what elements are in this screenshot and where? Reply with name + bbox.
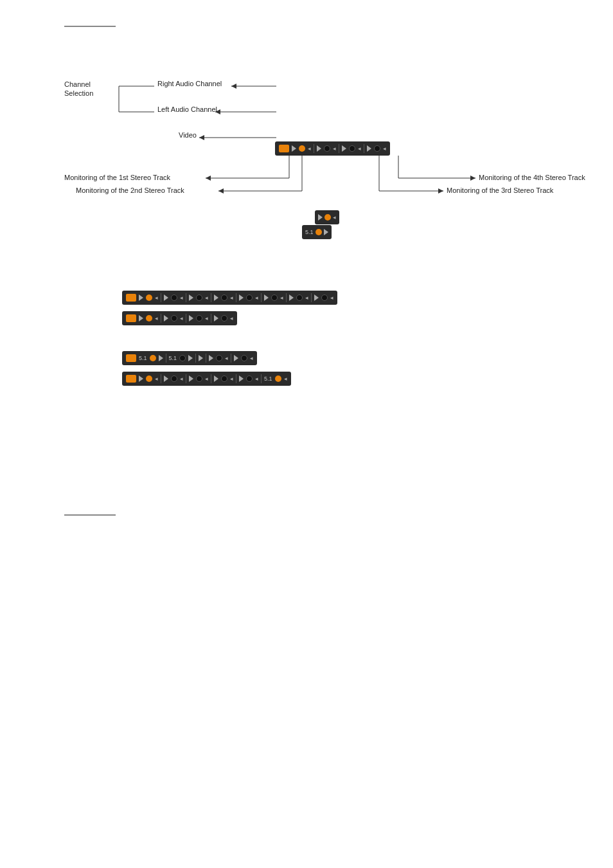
circle-black-2[interactable] <box>324 145 330 152</box>
51-label-r3b: 5.1 <box>169 355 177 361</box>
video-icon-r4 <box>126 375 136 383</box>
row-8-groups: ◂ ◂ ◂ ◂ ◂ ◂ ◂ ◂ <box>122 291 587 305</box>
chevron-3[interactable]: ◂ <box>358 145 361 152</box>
right-audio-label: Right Audio Channel <box>157 80 222 87</box>
svg-rect-27 <box>127 356 132 361</box>
video-icon-r2 <box>126 314 136 322</box>
video-label: Video <box>179 131 197 139</box>
main-toolbar-strip: ◂ ◂ ◂ ◂ <box>275 141 390 156</box>
monitoring-2-label: Monitoring of the 2nd Stereo Track <box>76 186 184 194</box>
svg-marker-8 <box>199 135 204 140</box>
svg-marker-28 <box>132 356 136 361</box>
svg-rect-21 <box>280 146 285 151</box>
circle-orange-1[interactable] <box>299 145 305 152</box>
channel-selection-diagram: Channel Selection Right Audio Channel Le… <box>64 66 587 271</box>
play-btn-4[interactable] <box>367 145 371 152</box>
svg-marker-24 <box>132 295 136 300</box>
svg-marker-26 <box>132 316 136 321</box>
play-btn-1[interactable] <box>292 145 296 152</box>
51-label-r3: 5.1 <box>139 355 147 361</box>
chevron-4[interactable]: ◂ <box>383 145 386 152</box>
video-icon <box>279 145 289 152</box>
svg-marker-4 <box>231 84 236 89</box>
chevron-sm-1[interactable]: ◂ <box>333 214 336 221</box>
top-divider <box>64 26 116 27</box>
circle-black-4[interactable] <box>374 145 380 152</box>
svg-marker-30 <box>132 376 136 381</box>
svg-marker-14 <box>218 188 224 194</box>
circle-black-3[interactable] <box>349 145 355 152</box>
monitoring-4-label: Monitoring of the 4th Stereo Track <box>479 174 585 181</box>
svg-marker-17 <box>470 176 475 181</box>
51-label-sm: 5.1 <box>305 229 314 235</box>
main-bars-section: ◂ ◂ ◂ ◂ ◂ ◂ ◂ ◂ ◂ ◂ ◂ ◂ <box>122 291 587 386</box>
monitoring-1-label: Monitoring of the 1st Stereo Track <box>64 174 170 181</box>
monitoring-3-label: Monitoring of the 3rd Stereo Track <box>447 186 553 194</box>
chevron-1[interactable]: ◂ <box>308 145 311 152</box>
circle-orange-51[interactable] <box>315 229 322 235</box>
play-sm-1[interactable] <box>318 214 323 221</box>
row-4-groups: ◂ ◂ ◂ ◂ <box>122 311 587 325</box>
chevron-2[interactable]: ◂ <box>333 145 336 152</box>
51-bar: 5.1 <box>302 225 332 239</box>
svg-rect-23 <box>127 295 132 300</box>
stereo-bar-small: ◂ <box>315 210 339 224</box>
51-label-r4: 5.1 <box>264 375 272 382</box>
circle-orange-sm[interactable] <box>324 214 331 221</box>
svg-rect-25 <box>127 316 132 321</box>
svg-rect-29 <box>127 376 132 381</box>
video-icon-r3 <box>126 354 136 362</box>
video-icon-r1 <box>126 294 136 302</box>
svg-marker-11 <box>206 176 211 181</box>
row-51-mix: 5.1 5.1 ◂ ◂ <box>122 351 587 365</box>
svg-marker-20 <box>438 188 443 194</box>
play-btn-3[interactable] <box>342 145 346 152</box>
row-51-end: ◂ ◂ ◂ ◂ ◂ 5.1 ◂ <box>122 372 587 386</box>
channel-selection-label: Channel Selection <box>64 80 109 98</box>
play-51[interactable] <box>324 229 328 235</box>
svg-marker-22 <box>285 146 289 151</box>
play-btn-2[interactable] <box>317 145 321 152</box>
left-audio-label: Left Audio Channel <box>157 105 217 113</box>
bottom-divider <box>64 514 116 516</box>
diagram-svg <box>64 66 613 265</box>
